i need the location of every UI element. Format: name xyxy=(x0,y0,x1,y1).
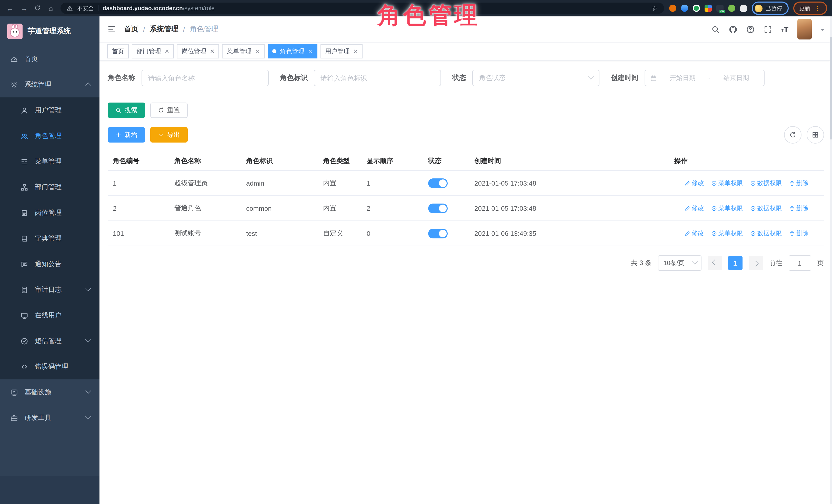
export-button[interactable]: 导出 xyxy=(150,127,188,142)
extension-icon[interactable] xyxy=(681,5,688,12)
data-perm-link[interactable]: 数据权限 xyxy=(750,179,782,187)
tag-user[interactable]: 用户管理✕ xyxy=(320,44,363,58)
fullscreen-icon[interactable] xyxy=(763,25,772,33)
add-button[interactable]: 新增 xyxy=(108,127,145,142)
chrome-update-button[interactable]: 更新 ⋮ xyxy=(793,2,827,15)
tag-menu[interactable]: 菜单管理✕ xyxy=(222,44,264,58)
sidebar-item-sms[interactable]: 短信管理 xyxy=(0,328,100,354)
status-toggle-on[interactable] xyxy=(428,203,448,213)
date-range-picker[interactable]: 开始日期 - 结束日期 xyxy=(645,70,764,86)
delete-link[interactable]: 删除 xyxy=(789,229,809,238)
sidebar-item-depts[interactable]: 部门管理 xyxy=(0,174,100,200)
sidebar-item-posts[interactable]: 岗位管理 xyxy=(0,200,100,226)
refresh-table-button[interactable] xyxy=(784,126,801,143)
tag-dept[interactable]: 部门管理✕ xyxy=(132,44,174,58)
page-unit-label: 页 xyxy=(817,258,824,268)
search-button[interactable]: 搜索 xyxy=(108,103,145,118)
font-size-icon[interactable]: TT xyxy=(781,25,788,33)
screen: ← → ⌂ 不安全 dashboard.yudao.iocoder.cn/sys… xyxy=(0,0,832,504)
page-size-select[interactable]: 10条/页 xyxy=(658,255,701,271)
help-icon[interactable] xyxy=(746,25,755,33)
sidebar-item-notice[interactable]: 通知公告 xyxy=(0,251,100,277)
sidebar-item-infra[interactable]: 基础设施 xyxy=(0,379,100,405)
close-icon[interactable]: ✕ xyxy=(210,48,214,55)
extension-icon[interactable] xyxy=(669,5,676,12)
extension-icon[interactable] xyxy=(704,5,711,12)
sidebar-item-dev-tools[interactable]: 研发工具 xyxy=(0,405,100,431)
back-icon[interactable]: ← xyxy=(5,4,15,12)
chrome-menu-icon[interactable]: ⋮ xyxy=(814,5,821,12)
forward-icon[interactable]: → xyxy=(20,4,29,12)
reload-icon[interactable] xyxy=(34,5,41,12)
close-icon[interactable]: ✕ xyxy=(255,48,260,55)
scrollbar[interactable] xyxy=(829,17,832,504)
logo-area[interactable]: 芋道管理系统 xyxy=(0,17,100,46)
delete-link[interactable]: 删除 xyxy=(789,204,809,213)
sidebar-item-system[interactable]: 系统管理 xyxy=(0,72,100,98)
sidebar-item-users[interactable]: 用户管理 xyxy=(0,98,100,123)
not-secure-label: 不安全 xyxy=(77,4,94,12)
data-perm-link[interactable]: 数据权限 xyxy=(750,229,782,238)
address-bar[interactable]: 不安全 dashboard.yudao.iocoder.cn/system/ro… xyxy=(60,3,664,14)
avatar[interactable] xyxy=(797,19,811,39)
user-icon xyxy=(21,106,28,114)
sidebar-item-roles[interactable]: 角色管理 xyxy=(0,123,100,149)
sidebar-item-menus[interactable]: 菜单管理 xyxy=(0,149,100,174)
role-key-input[interactable] xyxy=(314,70,441,86)
url-divider xyxy=(98,5,99,11)
url-path: /system/role xyxy=(183,5,215,11)
extension-icon[interactable] xyxy=(728,5,735,12)
reset-button[interactable]: 重置 xyxy=(150,103,188,118)
breadcrumb-home[interactable]: 首页 xyxy=(124,25,138,34)
role-name-input[interactable] xyxy=(141,70,269,86)
not-secure-warning-icon xyxy=(67,5,73,11)
home-icon[interactable]: ⌂ xyxy=(46,4,55,12)
menu-perm-link[interactable]: 菜单权限 xyxy=(711,179,743,187)
status-toggle-on[interactable] xyxy=(428,178,448,188)
github-icon[interactable] xyxy=(729,25,737,33)
sidebar-item-error-code[interactable]: 错误码管理 xyxy=(0,354,100,379)
bookmark-star-icon[interactable]: ☆ xyxy=(652,4,658,12)
tag-home[interactable]: 首页 xyxy=(107,44,129,58)
status-select[interactable]: 角色状态 xyxy=(472,70,599,86)
menu-perm-link[interactable]: 菜单权限 xyxy=(711,229,743,238)
close-icon[interactable]: ✕ xyxy=(353,48,358,55)
close-icon[interactable]: ✕ xyxy=(308,48,313,55)
edit-link[interactable]: 修改 xyxy=(684,179,704,187)
profile-paused-chip[interactable]: 已暂停 xyxy=(752,2,788,15)
extension-icon[interactable] xyxy=(693,5,700,12)
sidebar-item-audit-log[interactable]: 审计日志 xyxy=(0,277,100,302)
tag-post[interactable]: 岗位管理✕ xyxy=(177,44,219,58)
avatar-caret-icon[interactable] xyxy=(820,28,824,32)
status-toggle-on[interactable] xyxy=(428,229,448,238)
delete-link[interactable]: 删除 xyxy=(789,179,809,187)
next-page-button[interactable] xyxy=(748,256,763,270)
edit-link[interactable]: 修改 xyxy=(684,204,704,213)
extension-icon[interactable]: on xyxy=(716,5,723,12)
sidebar-item-online-users[interactable]: 在线用户 xyxy=(0,302,100,328)
sidebar-footer xyxy=(0,476,100,504)
edit-link[interactable]: 修改 xyxy=(684,229,704,238)
current-page[interactable]: 1 xyxy=(728,256,742,270)
chevron-down-icon xyxy=(692,259,698,265)
breadcrumb-system[interactable]: 系统管理 xyxy=(150,25,178,34)
monitor-icon xyxy=(10,389,18,396)
extension-icon[interactable] xyxy=(740,5,747,12)
search-icon[interactable] xyxy=(711,25,720,33)
calendar-icon xyxy=(650,75,657,81)
data-perm-link[interactable]: 数据权限 xyxy=(750,204,782,213)
prev-page-button[interactable] xyxy=(707,256,722,270)
hamburger-icon[interactable] xyxy=(107,25,116,34)
sidebar-item-home[interactable]: 首页 xyxy=(0,46,100,72)
scrollbar-thumb[interactable] xyxy=(829,37,832,139)
goto-label: 前往 xyxy=(769,258,782,268)
goto-page-input[interactable] xyxy=(788,255,811,271)
close-icon[interactable]: ✕ xyxy=(164,48,169,55)
tag-role[interactable]: 角色管理✕ xyxy=(267,44,317,58)
range-separator: - xyxy=(708,74,710,81)
menu-perm-link[interactable]: 菜单权限 xyxy=(711,204,743,213)
log-icon xyxy=(21,286,28,294)
column-settings-button[interactable] xyxy=(806,126,824,143)
table-row: 2 普通角色 common 内置 2 2021-01-05 17:03:48 修… xyxy=(108,195,824,221)
sidebar-item-dict[interactable]: 字典管理 xyxy=(0,226,100,251)
